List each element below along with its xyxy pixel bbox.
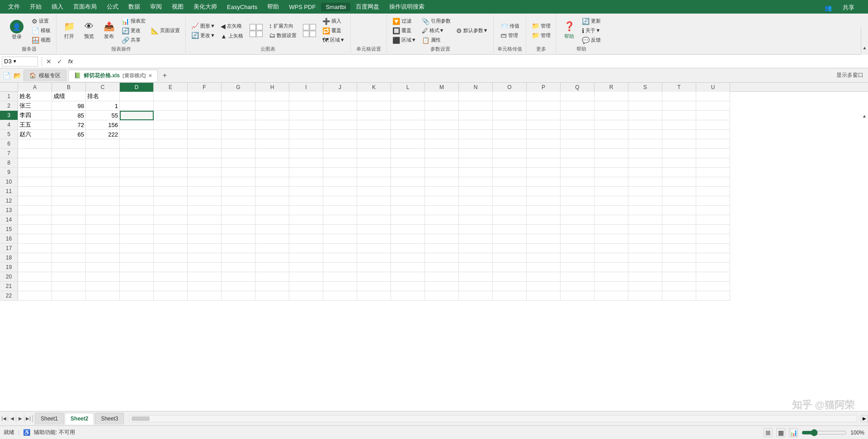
cell-E19[interactable] — [154, 263, 188, 272]
cell-D8[interactable] — [120, 158, 154, 168]
cell-L15[interactable] — [391, 225, 425, 234]
cell-R15[interactable] — [594, 225, 628, 234]
cell-M7[interactable] — [425, 149, 459, 158]
cell-B12[interactable] — [52, 196, 86, 206]
cell-S5[interactable] — [628, 130, 662, 139]
cell-U17[interactable] — [696, 244, 730, 253]
data-settings-button[interactable]: 🗂 数据设置 — [267, 31, 298, 40]
col-header-m[interactable]: M — [425, 83, 459, 92]
col-header-k[interactable]: K — [357, 83, 391, 92]
bottom-tab-sheet1[interactable]: Sheet1 — [35, 413, 64, 425]
cell-O5[interactable] — [493, 130, 527, 139]
cell-Q4[interactable] — [561, 120, 594, 130]
transfer-manage-button[interactable]: 🗃 管理 — [499, 31, 521, 40]
cell-P4[interactable] — [527, 120, 561, 130]
cell-A3[interactable]: 李四 — [18, 111, 52, 120]
cell-T22[interactable] — [662, 291, 696, 301]
cell-reference-box[interactable]: D3 ▼ — [2, 57, 38, 66]
row-number-20[interactable]: 20 — [0, 272, 18, 282]
ref-param-button[interactable]: 📎 引用参数 — [420, 17, 453, 26]
cell-B3[interactable]: 85 — [52, 111, 86, 120]
cell-I8[interactable] — [289, 158, 323, 168]
new-file-icon[interactable]: 📄 — [2, 71, 11, 80]
cell-U18[interactable] — [696, 253, 730, 263]
cell-B15[interactable] — [52, 225, 86, 234]
cell-I5[interactable] — [289, 130, 323, 139]
cell-L5[interactable] — [391, 130, 425, 139]
menu-item-beautify[interactable]: 美化大师 — [189, 2, 222, 12]
cell-M17[interactable] — [425, 244, 459, 253]
cell-J17[interactable] — [323, 244, 357, 253]
cell-Q3[interactable] — [561, 111, 594, 120]
col-header-e[interactable]: E — [154, 83, 188, 92]
cell-F21[interactable] — [188, 282, 222, 291]
cell-U22[interactable] — [696, 291, 730, 301]
cell-E15[interactable] — [154, 225, 188, 234]
cell-P10[interactable] — [527, 177, 561, 187]
manage-button1[interactable]: 📁 管理 — [530, 21, 552, 30]
cell-S7[interactable] — [628, 149, 662, 158]
cell-T8[interactable] — [662, 158, 696, 168]
cell-I15[interactable] — [289, 225, 323, 234]
cell-R11[interactable] — [594, 187, 628, 196]
cell-T9[interactable] — [662, 168, 696, 177]
cell-B1[interactable]: 成绩 — [52, 92, 86, 101]
cell-D15[interactable] — [120, 225, 154, 234]
cell-A9[interactable] — [18, 168, 52, 177]
cell-B13[interactable] — [52, 206, 86, 215]
overlay-button[interactable]: 🔲 覆盖 — [391, 26, 418, 35]
cell-N18[interactable] — [459, 253, 493, 263]
cell-R19[interactable] — [594, 263, 628, 272]
cell-Q13[interactable] — [561, 206, 594, 215]
cell-R7[interactable] — [594, 149, 628, 158]
cell-H11[interactable] — [255, 187, 289, 196]
cell-R2[interactable] — [594, 101, 628, 111]
cell-I9[interactable] — [289, 168, 323, 177]
row-number-11[interactable]: 11 — [0, 187, 18, 196]
left-align-btn[interactable]: ◀ 左矢格 — [219, 22, 245, 31]
cell-U11[interactable] — [696, 187, 730, 196]
cell-U8[interactable] — [696, 158, 730, 168]
cell-C3[interactable]: 55 — [86, 111, 120, 120]
cell-U20[interactable] — [696, 272, 730, 282]
cell-C22[interactable] — [86, 291, 120, 301]
cell-P12[interactable] — [527, 196, 561, 206]
help-large-button[interactable]: ❓ 帮助 — [560, 16, 578, 44]
tab-file1[interactable]: 📗 鲜切花价格.xls [黄容模式] ✕ — [68, 70, 158, 81]
cell-H1[interactable] — [255, 92, 289, 101]
cell-O10[interactable] — [493, 177, 527, 187]
cell-Q9[interactable] — [561, 168, 594, 177]
cell-C13[interactable] — [86, 206, 120, 215]
cell-P8[interactable] — [527, 158, 561, 168]
cell-P20[interactable] — [527, 272, 561, 282]
cell-I10[interactable] — [289, 177, 323, 187]
cell-G5[interactable] — [222, 130, 255, 139]
cell-G14[interactable] — [222, 215, 255, 225]
template-button[interactable]: 📄 模板 — [30, 26, 52, 35]
settings-button[interactable]: ⚙ 设置 — [30, 17, 52, 26]
cell-L6[interactable] — [391, 139, 425, 149]
cell-G15[interactable] — [222, 225, 255, 234]
cell-M8[interactable] — [425, 158, 459, 168]
cell-F20[interactable] — [188, 272, 222, 282]
cell-E3[interactable] — [154, 111, 188, 120]
cell-L10[interactable] — [391, 177, 425, 187]
cell-F9[interactable] — [188, 168, 222, 177]
cell-S12[interactable] — [628, 196, 662, 206]
row-number-17[interactable]: 17 — [0, 244, 18, 253]
cell-F16[interactable] — [188, 234, 222, 244]
cell-U4[interactable] — [696, 120, 730, 130]
up-align-btn[interactable]: ▲ 上矢格 — [219, 32, 245, 41]
row-number-18[interactable]: 18 — [0, 253, 18, 263]
cell-G16[interactable] — [222, 234, 255, 244]
cell-P3[interactable] — [527, 111, 561, 120]
cell-E13[interactable] — [154, 206, 188, 215]
cell-H15[interactable] — [255, 225, 289, 234]
cell-G1[interactable] — [222, 92, 255, 101]
cell-G21[interactable] — [222, 282, 255, 291]
cell-I21[interactable] — [289, 282, 323, 291]
cell-Q19[interactable] — [561, 263, 594, 272]
cell-O7[interactable] — [493, 149, 527, 158]
cell-A1[interactable]: 姓名 — [18, 92, 52, 101]
cancel-formula-button[interactable]: ✕ — [44, 57, 54, 66]
